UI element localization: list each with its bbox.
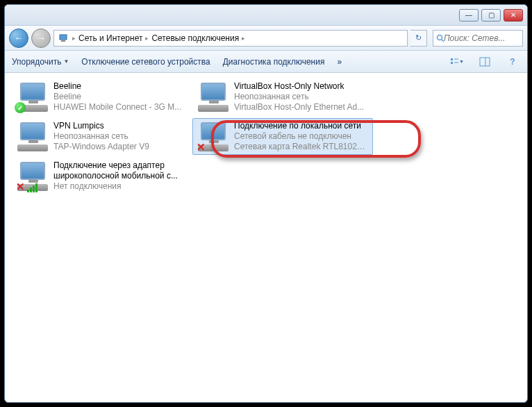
connection-status: Нет подключения: [53, 181, 188, 192]
forward-button[interactable]: →: [31, 28, 51, 48]
connection-device: HUAWEI Mobile Connect - 3G M...: [53, 102, 181, 113]
connection-title: VirtualBox Host-Only Network: [234, 81, 364, 92]
disable-device-button[interactable]: Отключение сетевого устройства: [81, 57, 210, 67]
connection-status: Неопознанная сеть: [53, 131, 149, 142]
connection-item[interactable]: ✕Подключение по локальной сетиСетевой ка…: [192, 118, 373, 155]
breadcrumb-item[interactable]: Сетевые подключения: [151, 33, 239, 43]
connection-status: Неопознанная сеть: [234, 92, 364, 102]
svg-rect-4: [451, 58, 453, 60]
chevron-down-icon: ▼: [63, 58, 69, 65]
connection-title: VPN Lumpics: [53, 121, 149, 131]
minimize-button[interactable]: —: [459, 9, 479, 22]
connection-text: VirtualBox Host-Only NetworkНеопознанная…: [234, 81, 364, 113]
signal-bars-icon: [27, 183, 38, 192]
connection-text: BeelineBeelineHUAWEI Mobile Connect - 3G…: [53, 81, 181, 113]
toolbar: Упорядочить▼ Отключение сетевого устройс…: [5, 51, 527, 73]
navbar: ← → ▸ Сеть и Интернет ▸ Сетевые подключе…: [5, 26, 527, 51]
connection-icon: ✓: [16, 81, 49, 112]
chevron-right-icon: ▸: [145, 35, 149, 42]
status-ok-icon: ✓: [15, 102, 26, 113]
connection-device: TAP-Windows Adapter V9: [53, 142, 149, 152]
svg-rect-0: [60, 35, 67, 40]
view-options-button[interactable]: ▼: [449, 54, 465, 69]
svg-point-2: [438, 35, 442, 40]
connection-text: VPN LumpicsНеопознанная сетьTAP-Windows …: [53, 121, 149, 152]
connection-title: Beeline: [53, 81, 181, 92]
back-button[interactable]: ←: [9, 28, 28, 48]
chevron-right-icon: ▸: [242, 35, 245, 42]
explorer-window: — ▢ ✕ ← → ▸ Сеть и Интернет ▸ Сетевые по…: [4, 4, 528, 403]
connection-item[interactable]: VirtualBox Host-Only NetworkНеопознанная…: [192, 78, 373, 115]
breadcrumb-item[interactable]: Сеть и Интернет: [78, 33, 142, 43]
connection-title: Подключение через адаптер широкополосной…: [53, 160, 188, 181]
close-button[interactable]: ✕: [504, 9, 523, 22]
connection-icon: ✕: [197, 121, 230, 151]
connection-device: Сетевая карта Realtek RTL8102E/...: [234, 142, 369, 152]
search-icon: [436, 34, 444, 42]
status-error-icon: ✕: [15, 181, 26, 192]
connection-icon: ✕: [16, 160, 49, 191]
connection-item[interactable]: ✕Подключение через адаптер широкополосно…: [12, 158, 192, 194]
svg-rect-1: [61, 40, 65, 42]
refresh-button[interactable]: ↻: [410, 30, 427, 47]
connection-status: Сетевой кабель не подключен: [234, 131, 369, 142]
address-bar[interactable]: ▸ Сеть и Интернет ▸ Сетевые подключения …: [53, 30, 408, 47]
search-input[interactable]: [444, 33, 519, 43]
organize-button[interactable]: Упорядочить▼: [12, 57, 69, 67]
help-button[interactable]: ?: [505, 54, 520, 69]
connection-item[interactable]: VPN LumpicsНеопознанная сетьTAP-Windows …: [12, 118, 192, 155]
more-button[interactable]: »: [337, 57, 342, 67]
connection-text: Подключение по локальной сетиСетевой каб…: [234, 121, 369, 152]
connection-status: Beeline: [53, 92, 181, 102]
connection-item[interactable]: ✓BeelineBeelineHUAWEI Mobile Connect - 3…: [12, 78, 192, 115]
connections-list: ✓BeelineBeelineHUAWEI Mobile Connect - 3…: [5, 73, 527, 203]
search-box[interactable]: [433, 30, 523, 47]
preview-pane-button[interactable]: [477, 54, 492, 69]
svg-rect-8: [480, 58, 490, 66]
network-icon: [57, 32, 69, 44]
titlebar: — ▢ ✕: [5, 5, 527, 26]
diagnose-button[interactable]: Диагностика подключения: [223, 57, 325, 67]
connection-title: Подключение по локальной сети: [234, 121, 369, 131]
chevron-right-icon: ▸: [72, 35, 76, 42]
connection-icon: [16, 121, 49, 151]
connection-device: VirtualBox Host-Only Ethernet Ad...: [234, 102, 364, 113]
connection-text: Подключение через адаптер широкополосной…: [53, 160, 188, 192]
maximize-button[interactable]: ▢: [481, 9, 501, 22]
status-error-icon: ✕: [195, 142, 206, 153]
svg-rect-5: [451, 62, 453, 64]
connection-icon: [197, 81, 230, 112]
